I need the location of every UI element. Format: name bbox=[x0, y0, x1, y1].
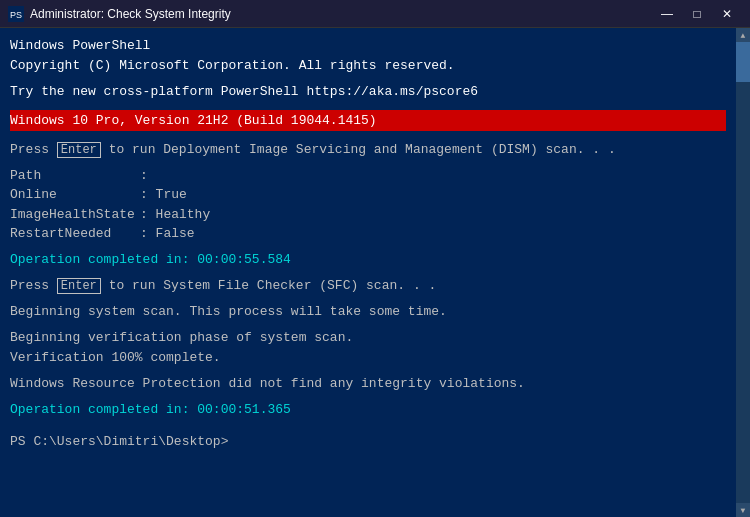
terminal-output: Windows PowerShell Copyright (C) Microso… bbox=[0, 28, 736, 517]
line-online: Online: True bbox=[10, 185, 726, 205]
enter-key-2: Enter bbox=[57, 278, 101, 294]
restart-sep: : bbox=[140, 226, 156, 241]
title-bar-left: PS Administrator: Check System Integrity bbox=[8, 6, 231, 22]
press2-before: Press bbox=[10, 278, 57, 293]
line-powershell: Windows PowerShell bbox=[10, 36, 726, 56]
windows-version-text: Windows 10 Pro, Version 21H2 (Build 1904… bbox=[10, 113, 377, 128]
path-sep: : bbox=[140, 168, 148, 183]
scrollbar-track[interactable] bbox=[736, 42, 750, 503]
minimize-button[interactable]: — bbox=[652, 4, 682, 24]
scrollbar-up-arrow[interactable]: ▲ bbox=[736, 28, 750, 42]
online-label: Online bbox=[10, 185, 140, 205]
scrollbar[interactable]: ▲ ▼ bbox=[736, 28, 750, 517]
restart-label: RestartNeeded bbox=[10, 224, 140, 244]
online-sep: : bbox=[140, 187, 156, 202]
line-scan1: Beginning system scan. This process will… bbox=[10, 302, 726, 322]
line-path: Path: bbox=[10, 166, 726, 186]
line-press2: Press Enter to run System File Checker (… bbox=[10, 276, 726, 296]
powershell-icon: PS bbox=[8, 6, 24, 22]
highlight-windows-version: Windows 10 Pro, Version 21H2 (Build 1904… bbox=[10, 110, 726, 132]
press1-before: Press bbox=[10, 142, 57, 157]
line-copyright: Copyright (C) Microsoft Corporation. All… bbox=[10, 56, 726, 76]
line-op2: Operation completed in: 00:00:51.365 bbox=[10, 400, 726, 420]
line-prompt: PS C:\Users\Dimitri\Desktop> bbox=[10, 432, 726, 452]
maximize-button[interactable]: □ bbox=[682, 4, 712, 24]
close-button[interactable]: ✕ bbox=[712, 4, 742, 24]
line-health: ImageHealthState: Healthy bbox=[10, 205, 726, 225]
line-restart: RestartNeeded: False bbox=[10, 224, 726, 244]
window-title: Administrator: Check System Integrity bbox=[30, 7, 231, 21]
scrollbar-down-arrow[interactable]: ▼ bbox=[736, 503, 750, 517]
title-bar-controls: — □ ✕ bbox=[652, 4, 742, 24]
scrollbar-thumb[interactable] bbox=[736, 42, 750, 82]
health-label: ImageHealthState bbox=[10, 205, 140, 225]
blank2 bbox=[10, 101, 726, 108]
line-press1: Press Enter to run Deployment Image Serv… bbox=[10, 140, 726, 160]
line-pscore: Try the new cross-platform PowerShell ht… bbox=[10, 82, 726, 102]
press1-after: to run Deployment Image Servicing and Ma… bbox=[101, 142, 616, 157]
press2-after: to run System File Checker (SFC) scan. .… bbox=[101, 278, 436, 293]
main-area: Windows PowerShell Copyright (C) Microso… bbox=[0, 28, 750, 517]
line-scan2: Beginning verification phase of system s… bbox=[10, 328, 726, 348]
path-label: Path bbox=[10, 166, 140, 186]
line-scan4: Windows Resource Protection did not find… bbox=[10, 374, 726, 394]
online-val: True bbox=[156, 187, 187, 202]
line-op1: Operation completed in: 00:00:55.584 bbox=[10, 250, 726, 270]
svg-text:PS: PS bbox=[10, 10, 22, 20]
restart-val: False bbox=[156, 226, 195, 241]
line-scan3: Verification 100% complete. bbox=[10, 348, 726, 368]
title-bar: PS Administrator: Check System Integrity… bbox=[0, 0, 750, 28]
enter-key-1: Enter bbox=[57, 142, 101, 158]
health-sep: : bbox=[140, 207, 156, 222]
health-val: Healthy bbox=[156, 207, 211, 222]
